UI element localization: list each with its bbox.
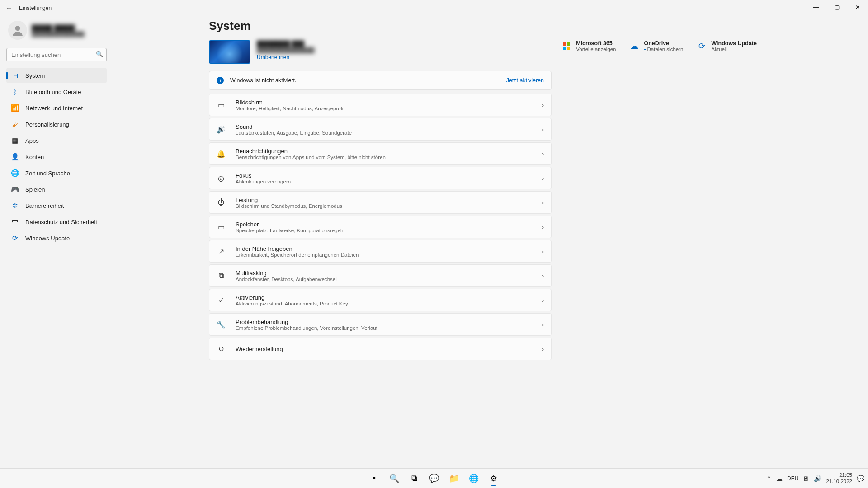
rename-link[interactable]: Umbenennen	[257, 54, 315, 61]
globe-icon: 🌐	[11, 169, 19, 177]
card-title: Benachrichtigungen	[236, 148, 386, 155]
activate-link[interactable]: Jetzt aktivieren	[506, 77, 544, 84]
nav-item-barrierefreiheit[interactable]: ✲Barrierefreiheit	[6, 198, 107, 213]
card-sub: Benachrichtigungen von Apps und vom Syst…	[236, 155, 386, 160]
avatar	[8, 21, 27, 40]
tile-onedrive[interactable]: ☁OneDrive•Dateien sichern	[629, 40, 683, 52]
sound-icon: 🔊	[217, 125, 226, 134]
setting-benachrichtigungen[interactable]: 🔔BenachrichtigungenBenachrichtigungen vo…	[209, 142, 552, 165]
nav-item-datenschutz-und-sicherheit[interactable]: 🛡Datenschutz und Sicherheit	[6, 214, 107, 230]
display-icon: ▭	[217, 101, 226, 109]
taskbar-settings[interactable]: ⚙	[485, 470, 502, 487]
nav-item-windows-update[interactable]: ⟳Windows Update	[6, 230, 107, 246]
card-title: Fokus	[236, 172, 291, 179]
tile-sub: •Dateien sichern	[644, 47, 683, 52]
setting-sound[interactable]: 🔊SoundLautstärkestufen, Ausgabe, Eingabe…	[209, 118, 552, 141]
device-thumbnail[interactable]	[209, 40, 250, 64]
chevron-right-icon: ›	[542, 248, 544, 255]
tray-cloud-icon[interactable]: ☁	[776, 475, 783, 482]
tile-microsoft-365[interactable]: Microsoft 365Vorteile anzeigen	[561, 40, 616, 52]
tray-lang[interactable]: DEU	[787, 475, 798, 482]
tile-title: Microsoft 365	[576, 40, 616, 47]
storage-icon: ▭	[217, 223, 226, 231]
nav-item-apps[interactable]: ▦Apps	[6, 133, 107, 148]
back-button[interactable]: ←	[0, 5, 18, 12]
chevron-right-icon: ›	[542, 224, 544, 230]
tile-title: OneDrive	[644, 40, 683, 47]
setting-problembehandlung[interactable]: 🔧ProblembehandlungEmpfohlene Problembeha…	[209, 313, 552, 336]
chevron-right-icon: ›	[542, 346, 544, 352]
wifi-icon: 📶	[11, 104, 19, 112]
nav-item-bluetooth-und-geräte[interactable]: ᛒBluetooth und Geräte	[6, 84, 107, 99]
tile-windows-update[interactable]: ⟳Windows UpdateAktuell	[697, 40, 757, 52]
profile-block[interactable]: █████ █████ ███████████████	[8, 21, 108, 40]
search-input[interactable]	[6, 48, 107, 61]
bluetooth-icon: ᛒ	[11, 88, 19, 96]
tray-volume-icon[interactable]: 🔊	[814, 475, 821, 482]
chevron-right-icon: ›	[542, 175, 544, 182]
tray-clock[interactable]: 21:05 21.10.2022	[826, 472, 852, 484]
setting-leistung[interactable]: ⏻LeistungBildschirm und Standbymodus, En…	[209, 191, 552, 214]
nav-label: Personalisierung	[25, 121, 69, 128]
setting-aktivierung[interactable]: ✓AktivierungAktivierungszustand, Abonnem…	[209, 289, 552, 311]
page-title: System	[209, 19, 760, 33]
nav-label: Zeit und Sprache	[25, 170, 70, 177]
chevron-right-icon: ›	[542, 272, 544, 279]
card-sub: Bildschirm und Standbymodus, Energiemodu…	[236, 203, 342, 209]
taskbar-search[interactable]: 🔍	[386, 470, 403, 487]
device-sub: ███████████████	[257, 47, 315, 53]
maximize-button[interactable]: ▢	[826, 0, 847, 14]
chevron-right-icon: ›	[542, 102, 544, 108]
banner-text: Windows ist nicht aktiviert.	[230, 77, 297, 84]
setting-bildschirm[interactable]: ▭BildschirmMonitore, Helligkeit, Nachtmo…	[209, 94, 552, 116]
setting-multitasking[interactable]: ⧉MultitaskingAndockfenster, Desktops, Au…	[209, 264, 552, 287]
nav-label: Datenschutz und Sicherheit	[25, 219, 97, 225]
nav-item-zeit-und-sprache[interactable]: 🌐Zeit und Sprache	[6, 165, 107, 181]
tray-monitor-icon[interactable]: 🖥	[803, 475, 809, 482]
card-title: Wiederherstellung	[236, 346, 283, 352]
taskbar: •🔍⧉💬📁🌐⚙ ⌃ ☁ DEU 🖥 🔊 21:05 21.10.2022 💬	[0, 468, 868, 488]
tray-chevron-icon[interactable]: ⌃	[766, 475, 772, 482]
setting-speicher[interactable]: ▭SpeicherSpeicherplatz, Laufwerke, Konfi…	[209, 216, 552, 238]
main-content: System ████████ ███ ███████████████ Umbe…	[209, 19, 760, 466]
cloud-icon: ☁	[629, 41, 639, 51]
nav-list: 🖥SystemᛒBluetooth und Geräte📶Netzwerk un…	[5, 68, 108, 246]
device-name: ████████ ███	[257, 40, 315, 47]
taskbar-taskview[interactable]: ⧉	[406, 470, 423, 487]
taskbar-explorer[interactable]: 📁	[445, 470, 462, 487]
share-icon: ↗	[217, 247, 226, 256]
setting-in-der-nähe-freigeben[interactable]: ↗In der Nähe freigebenErkennbarkeit, Spe…	[209, 240, 552, 263]
nav-item-personalisierung[interactable]: 🖌Personalisierung	[6, 117, 107, 132]
nav-item-netzwerk-und-internet[interactable]: 📶Netzwerk und Internet	[6, 100, 107, 116]
bell-icon: 🔔	[217, 150, 226, 158]
accessibility-icon: ✲	[11, 202, 19, 210]
search-icon: 🔍	[96, 51, 103, 57]
chevron-right-icon: ›	[542, 321, 544, 328]
tray-notifications-icon[interactable]: 💬	[857, 475, 864, 482]
nav-label: Apps	[25, 137, 39, 144]
close-button[interactable]: ✕	[847, 0, 868, 14]
card-title: Problembehandlung	[236, 319, 377, 325]
taskbar-edge[interactable]: 🌐	[465, 470, 482, 487]
sidebar: █████ █████ ███████████████ 🔍 🖥SystemᛒBl…	[5, 21, 108, 247]
taskbar-start[interactable]: •	[366, 470, 383, 487]
card-title: Leistung	[236, 197, 342, 203]
nav-item-konten[interactable]: 👤Konten	[6, 149, 107, 164]
setting-wiederherstellung[interactable]: ↺Wiederherstellung›	[209, 338, 552, 360]
chevron-right-icon: ›	[542, 199, 544, 206]
info-icon: i	[217, 77, 224, 84]
tile-title: Windows Update	[711, 40, 757, 47]
nav-label: Barrierefreiheit	[25, 202, 64, 209]
monitor-icon: 🖥	[11, 71, 19, 80]
card-title: In der Nähe freigeben	[236, 245, 359, 252]
nav-label: Windows Update	[25, 235, 70, 242]
minimize-button[interactable]: —	[806, 0, 826, 14]
setting-fokus[interactable]: ◎FokusAblenkungen verringern›	[209, 167, 552, 189]
check-icon: ✓	[217, 296, 226, 305]
taskbar-chat[interactable]: 💬	[425, 470, 443, 487]
nav-item-spielen[interactable]: 🎮Spielen	[6, 182, 107, 197]
search-box: 🔍	[6, 48, 107, 61]
nav-item-system[interactable]: 🖥System	[6, 68, 107, 83]
system-tray: ⌃ ☁ DEU 🖥 🔊 21:05 21.10.2022 💬	[766, 472, 864, 484]
card-sub: Lautstärkestufen, Ausgabe, Eingabe, Soun…	[236, 130, 352, 136]
